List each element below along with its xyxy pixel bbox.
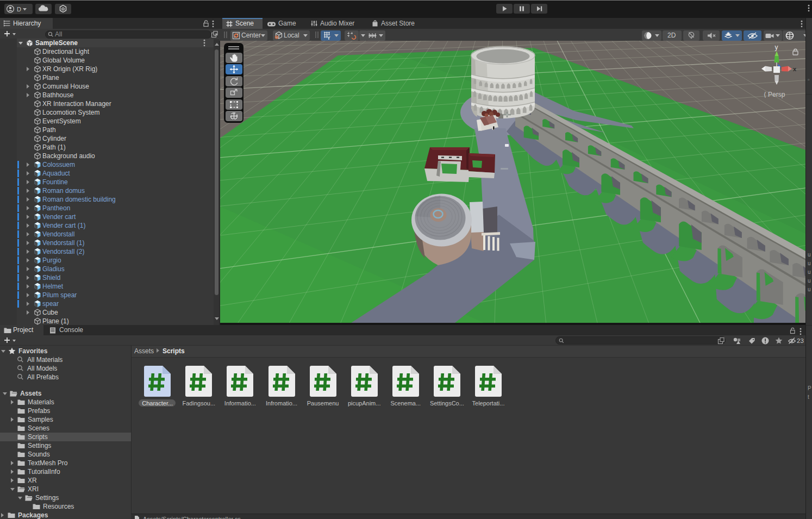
svg-text:x: x [793,66,797,72]
svg-text:Y: Y [327,35,330,41]
svg-text:⟨ Persp: ⟨ Persp [764,91,785,98]
svg-text:D: D [17,6,21,12]
svg-text:y: y [775,43,778,51]
